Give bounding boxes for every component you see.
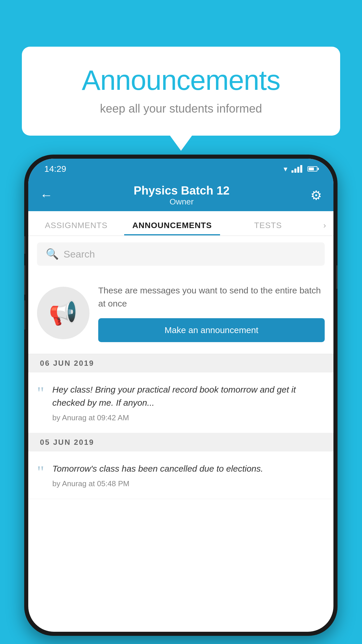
announcement-text-1: Hey class! Bring your practical record b…: [52, 383, 325, 409]
top-bar: ← Physics Batch 12 Owner ⚙: [28, 179, 333, 211]
wifi-icon: ▾: [284, 164, 287, 174]
status-time: 14:29: [44, 164, 66, 174]
announcement-text-2: Tomorrow's class has been cancelled due …: [52, 462, 325, 475]
tabs-bar: ASSIGNMENTS ANNOUNCEMENTS TESTS ›: [28, 211, 333, 236]
volume-up-button: [24, 265, 25, 295]
settings-icon[interactable]: ⚙: [310, 188, 322, 203]
user-role: Owner: [133, 197, 229, 206]
speech-bubble: Announcements keep all your students inf…: [22, 47, 340, 136]
speech-bubble-container: Announcements keep all your students inf…: [22, 47, 340, 136]
batch-name: Physics Batch 12: [133, 184, 229, 197]
search-container: 🔍 Search: [28, 236, 333, 272]
bubble-title: Announcements: [45, 64, 317, 96]
power-button: [336, 265, 338, 289]
megaphone-icon: 📢: [49, 299, 78, 327]
announcement-item-1[interactable]: " Hey class! Bring your practical record…: [28, 372, 333, 433]
announcement-meta-2: by Anurag at 05:48 PM: [52, 479, 325, 488]
search-bar[interactable]: 🔍 Search: [37, 242, 325, 266]
promo-area: 📢 These are messages you want to send to…: [28, 272, 333, 354]
quote-icon-1: ": [37, 384, 44, 402]
promo-icon-circle: 📢: [37, 287, 89, 339]
search-icon: 🔍: [46, 248, 59, 260]
make-announcement-button[interactable]: Make an announcement: [98, 318, 325, 342]
tab-announcements[interactable]: ANNOUNCEMENTS: [124, 221, 220, 235]
signal-icon: [291, 165, 302, 173]
bubble-subtitle: keep all your students informed: [45, 102, 317, 115]
date-divider-1: 06 JUN 2019: [28, 354, 333, 372]
announcement-meta-1: by Anurag at 09:42 AM: [52, 413, 325, 422]
status-icons: ▾: [284, 164, 317, 174]
date-divider-2: 05 JUN 2019: [28, 433, 333, 452]
promo-description: These are messages you want to send to t…: [98, 284, 325, 310]
silent-button: [24, 236, 25, 254]
tab-tests[interactable]: TESTS: [220, 221, 316, 235]
back-button[interactable]: ←: [40, 188, 53, 202]
status-bar: 14:29 ▾: [28, 159, 333, 179]
search-input[interactable]: Search: [64, 249, 95, 260]
announcement-content-1: Hey class! Bring your practical record b…: [52, 383, 325, 422]
phone-screen: 14:29 ▾ ← Physic: [28, 159, 333, 632]
phone-frame: 14:29 ▾ ← Physic: [24, 155, 338, 636]
volume-down-button: [24, 300, 25, 330]
tab-assignments[interactable]: ASSIGNMENTS: [28, 221, 124, 235]
announcement-item-2[interactable]: " Tomorrow's class has been cancelled du…: [28, 452, 333, 499]
announcement-content-2: Tomorrow's class has been cancelled due …: [52, 462, 325, 488]
battery-icon: [307, 166, 317, 172]
top-bar-title-area: Physics Batch 12 Owner: [133, 184, 229, 206]
promo-right: These are messages you want to send to t…: [98, 284, 325, 342]
quote-icon-2: ": [37, 463, 44, 481]
tabs-more-icon[interactable]: ›: [316, 221, 333, 235]
